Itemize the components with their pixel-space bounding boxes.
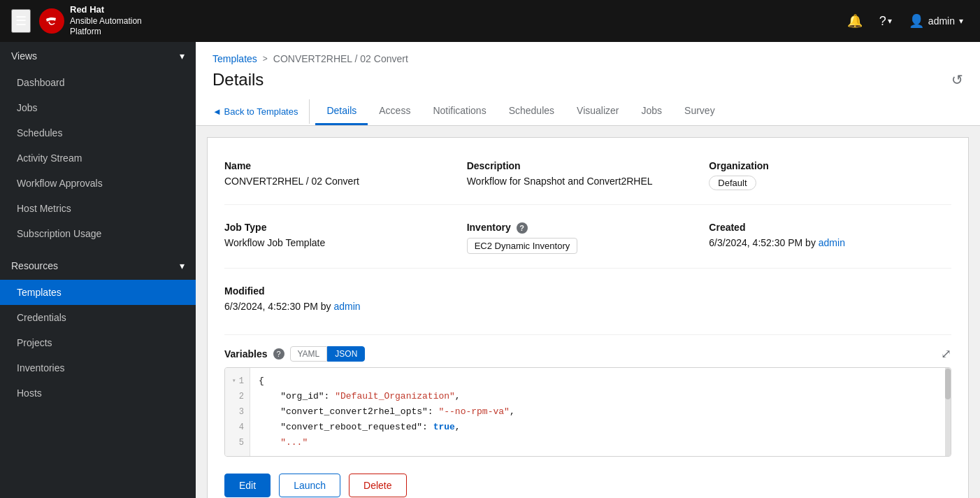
user-chevron-icon: ▾ — [959, 16, 963, 26]
tab-details[interactable]: Details — [315, 98, 368, 125]
sidebar-item-jobs[interactable]: Jobs — [0, 95, 196, 120]
modified-label: Modified — [224, 285, 456, 297]
delete-button[interactable]: Delete — [349, 474, 406, 497]
created-label: Created — [709, 222, 940, 233]
inventory-group: Inventory ? EC2 Dynamic Inventory — [467, 216, 709, 265]
tab-schedules[interactable]: Schedules — [498, 98, 565, 125]
modified-group: Modified 6/3/2024, 4:52:30 PM by admin — [224, 280, 467, 323]
variables-editor: ▾ 1 2 3 4 5 { "org_id": "Default_Organiz… — [224, 367, 951, 457]
edit-button[interactable]: Edit — [224, 474, 271, 497]
breadcrumb-current: CONVERT2RHEL / 02 Convert — [273, 53, 408, 64]
sidebar-item-schedules[interactable]: Schedules — [0, 120, 196, 145]
created-group: Created 6/3/2024, 4:52:30 PM by admin — [709, 216, 951, 265]
breadcrumb-templates-link[interactable]: Templates — [212, 53, 257, 64]
tabs-bar: ◄ Back to Templates Details Access Notif… — [212, 98, 963, 125]
json-format-button[interactable]: JSON — [327, 346, 365, 362]
sidebar-item-workflow-approvals[interactable]: Workflow Approvals — [0, 171, 196, 196]
organization-value: Default — [709, 176, 940, 190]
name-group: Name CONVERT2RHEL / 02 Convert — [224, 155, 467, 201]
resources-label: Resources — [11, 260, 58, 271]
sidebar-item-activity-stream[interactable]: Activity Stream — [0, 145, 196, 171]
organization-group: Organization Default — [709, 155, 951, 201]
code-line-2: "org_id": "Default_Organization", — [259, 389, 942, 404]
product-line1: Ansible Automation — [70, 16, 142, 27]
sidebar-item-host-metrics[interactable]: Host Metrics — [0, 196, 196, 221]
tab-access[interactable]: Access — [368, 98, 421, 125]
detail-card: Name CONVERT2RHEL / 02 Convert Descripti… — [207, 137, 969, 498]
organization-label: Organization — [709, 160, 940, 171]
modified-value: 6/3/2024, 4:52:30 PM by admin — [224, 301, 456, 312]
expand-variables-icon[interactable]: ⤢ — [941, 346, 951, 362]
redhat-logo-icon — [39, 8, 64, 34]
created-value: 6/3/2024, 4:52:30 PM by admin — [709, 237, 940, 248]
brand-name: Red Hat — [70, 4, 142, 16]
main-content: Templates > CONVERT2RHEL / 02 Convert De… — [196, 42, 980, 498]
code-line-5: "..." — [259, 435, 942, 450]
history-icon[interactable]: ↺ — [951, 71, 963, 88]
tab-jobs[interactable]: Jobs — [630, 98, 673, 125]
created-by-link[interactable]: admin — [819, 237, 845, 248]
detail-row-2: Job Type Workflow Job Template Inventory… — [224, 204, 951, 265]
variables-label: Variables — [224, 348, 268, 360]
detail-row-3: Modified 6/3/2024, 4:52:30 PM by admin — [224, 268, 951, 323]
editor-scrollbar[interactable] — [945, 368, 951, 456]
sidebar-item-projects[interactable]: Projects — [0, 330, 196, 355]
sidebar-item-credentials[interactable]: Credentials — [0, 305, 196, 330]
app-logo: Red Hat Ansible Automation Platform — [39, 4, 142, 38]
notifications-button[interactable]: 🔔 — [842, 8, 868, 34]
sidebar-item-dashboard[interactable]: Dashboard — [0, 70, 196, 95]
description-group: Description Workflow for Snapshot and Co… — [467, 155, 709, 201]
page-header: Templates > CONVERT2RHEL / 02 Convert De… — [196, 42, 980, 126]
inventory-help-icon[interactable]: ? — [517, 222, 528, 234]
sidebar-item-subscription-usage[interactable]: Subscription Usage — [0, 221, 196, 246]
yaml-format-button[interactable]: YAML — [290, 346, 328, 362]
back-to-templates-link[interactable]: ◄ Back to Templates — [212, 99, 310, 124]
inventory-value: EC2 Dynamic Inventory — [467, 238, 698, 254]
job-type-label: Job Type — [224, 222, 456, 233]
organization-badge: Default — [709, 176, 756, 190]
inventory-label: Inventory ? — [467, 222, 698, 234]
breadcrumb-separator: > — [263, 54, 268, 64]
hamburger-button[interactable]: ☰ — [11, 9, 31, 33]
launch-button[interactable]: Launch — [279, 474, 340, 497]
job-type-group: Job Type Workflow Job Template — [224, 216, 467, 265]
line-numbers: ▾ 1 2 3 4 5 — [225, 368, 250, 456]
bell-icon: 🔔 — [847, 13, 863, 29]
page-title: Details — [212, 70, 264, 90]
job-type-value: Workflow Job Template — [224, 237, 456, 248]
format-buttons: YAML JSON — [290, 346, 366, 362]
username-label: admin — [928, 15, 955, 27]
tab-survey[interactable]: Survey — [673, 98, 726, 125]
name-label: Name — [224, 160, 456, 171]
user-menu[interactable]: 👤 admin ▾ — [903, 8, 969, 34]
views-chevron-icon: ▾ — [180, 50, 185, 62]
variables-section: Variables ? YAML JSON ⤢ ▾ — [224, 334, 951, 457]
sidebar-item-inventories[interactable]: Inventories — [0, 355, 196, 380]
tab-notifications[interactable]: Notifications — [421, 98, 497, 125]
tab-visualizer[interactable]: Visualizer — [565, 98, 630, 125]
sidebar-item-templates[interactable]: Templates — [0, 280, 196, 305]
editor-scrollbar-thumb — [945, 369, 951, 399]
code-line-3: "convert_convert2rhel_opts": "--no-rpm-v… — [259, 404, 942, 420]
breadcrumb: Templates > CONVERT2RHEL / 02 Convert — [212, 53, 963, 64]
action-buttons: Edit Launch Delete — [224, 474, 951, 497]
code-line-4: "convert_reboot_requested": true, — [259, 420, 942, 435]
description-label: Description — [467, 160, 698, 171]
top-navbar: ☰ Red Hat Ansible Automation Platform 🔔 … — [0, 0, 980, 42]
question-mark-icon: ? — [879, 14, 886, 29]
views-section-header[interactable]: Views ▾ — [0, 42, 196, 70]
user-avatar-icon: 👤 — [909, 13, 924, 29]
variables-help-icon[interactable]: ? — [273, 348, 284, 360]
resources-chevron-icon: ▾ — [180, 260, 185, 271]
modified-by-link[interactable]: admin — [333, 301, 360, 312]
resources-section-header[interactable]: Resources ▾ — [0, 252, 196, 280]
product-line2: Platform — [70, 27, 142, 38]
sidebar-item-hosts[interactable]: Hosts — [0, 380, 196, 406]
sidebar: Views ▾ Dashboard Jobs Schedules Activit… — [0, 42, 196, 498]
help-button[interactable]: ? ▾ — [874, 8, 898, 34]
code-content: { "org_id": "Default_Organization", "con… — [250, 368, 951, 456]
collapse-arrow-icon: ▾ — [232, 374, 236, 389]
help-chevron-icon: ▾ — [888, 16, 892, 26]
views-label: Views — [11, 50, 37, 62]
svg-point-0 — [39, 8, 64, 34]
